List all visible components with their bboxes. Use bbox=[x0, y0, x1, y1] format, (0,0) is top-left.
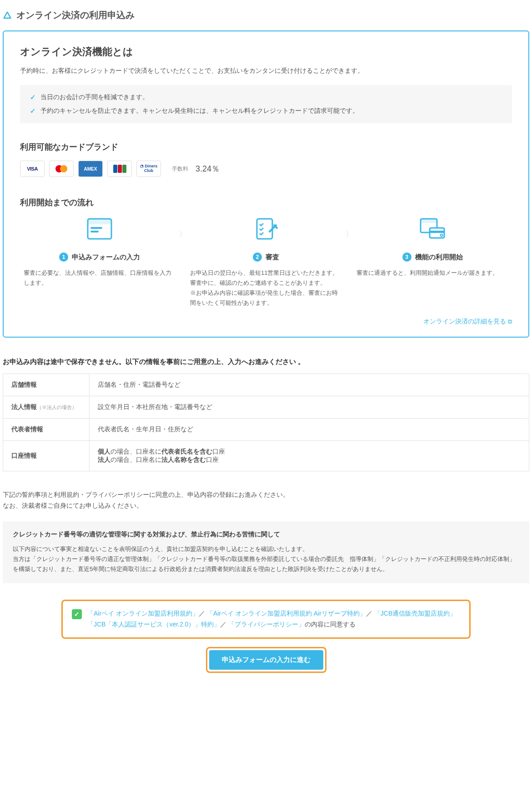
flow-step-2: 2審査 お申込日の翌日から、最短11営業日ほどいただきます。 審査中に、確認のた… bbox=[186, 216, 346, 308]
svg-rect-1 bbox=[88, 219, 111, 224]
table-row: 店舗情報店舗名・住所・電話番号など bbox=[3, 374, 529, 396]
step-number: 1 bbox=[59, 253, 68, 262]
chevron-right-icon: 〉 bbox=[346, 216, 353, 239]
chevron-right-icon: 〉 bbox=[179, 216, 186, 239]
terms-link[interactable]: 「Airペイ オンライン加盟店利用規約」 bbox=[87, 610, 199, 617]
benefit-text: 予約のキャンセルを防止できます。キャンセル発生時には、キャンセル料をクレジットカ… bbox=[40, 107, 359, 115]
step-title: 審査 bbox=[266, 253, 279, 262]
table-row: 口座情報個人の場合、口座名に代表者氏名を含む口座法人の場合、口座名に法人名称を含… bbox=[3, 441, 529, 471]
row-label: 口座情報 bbox=[3, 441, 90, 471]
table-row: 法人情報（※法人の場合）設立年月日・本社所在地・電話番号など bbox=[3, 396, 529, 419]
flow-step-3: 3機能の利用開始 審査に通過すると、利用開始通知メールが届きます。 bbox=[353, 216, 512, 278]
fee-label: 手数料 bbox=[172, 165, 188, 173]
proceed-button[interactable]: 申込みフォームの入力に進む bbox=[209, 650, 323, 670]
svg-rect-4 bbox=[257, 219, 272, 239]
step-number: 2 bbox=[253, 253, 262, 262]
prepare-title: お申込み内容は途中で保存できません。以下の情報を事前にご用意の上、入力へお進みく… bbox=[3, 358, 529, 366]
fee-rate: 3.24％ bbox=[196, 163, 220, 174]
terms-link[interactable]: 「Airペイ オンライン加盟店利用規約 Airリザーブ特約」 bbox=[207, 610, 366, 617]
detail-external-link[interactable]: オンライン決済の詳細を見る⧉ bbox=[423, 318, 512, 325]
svg-rect-3 bbox=[90, 231, 99, 232]
step-title: 機能の利用開始 bbox=[415, 253, 463, 262]
agreement-lead: 下記の誓約事項と利用規約・プライバシーポリシーに同意の上、申込内容の登録にお進み… bbox=[3, 490, 529, 511]
step-number: 3 bbox=[402, 253, 412, 262]
benefits-box: ✓ 当日のお会計の手間を軽減できます。 ✓ 予約のキャンセルを防止できます。キャ… bbox=[20, 85, 512, 123]
svg-rect-2 bbox=[90, 227, 102, 229]
brand-mastercard-icon bbox=[49, 161, 74, 177]
page-header: オンライン決済の利用申込み bbox=[3, 9, 529, 21]
feature-title: オンライン決済機能とは bbox=[20, 45, 512, 59]
checklist-icon bbox=[252, 216, 280, 242]
main-info-card: オンライン決済機能とは 予約時に、お客様にクレジットカードで決済をしていただくこ… bbox=[3, 30, 529, 338]
consent-text: 「Airペイ オンライン加盟店利用規約」／ 「Airペイ オンライン加盟店利用規… bbox=[87, 608, 456, 630]
card-brands-row: VISA AMEX ◔ Diners Club 手数料 3.24％ bbox=[20, 161, 512, 177]
terms-link[interactable]: 「プライバシーポリシー」 bbox=[228, 621, 305, 628]
step-desc: 審査に必要な、法人情報や、店舗情報、口座情報を入力します。 bbox=[24, 268, 176, 288]
benefit-text: 当日のお会計の手間を軽減できます。 bbox=[40, 93, 149, 101]
triangle-logo-icon bbox=[3, 11, 12, 20]
brands-title: 利用可能なカードブランド bbox=[20, 141, 512, 152]
form-icon bbox=[86, 216, 113, 242]
consent-checkbox-area[interactable]: ✓ 「Airペイ オンライン加盟店利用規約」／ 「Airペイ オンライン加盟店利… bbox=[61, 600, 471, 639]
terms-link[interactable]: 「JCB「本人認証サービス（ver.2.0）」特約」 bbox=[87, 621, 220, 628]
row-value: 個人の場合、口座名に代表者氏名を含む口座法人の場合、口座名に法人名称を含む口座 bbox=[90, 441, 529, 471]
row-label: 代表者情報 bbox=[3, 419, 90, 441]
brand-amex-icon: AMEX bbox=[78, 161, 103, 177]
flow-row: 1申込みフォームの入力 審査に必要な、法人情報や、店舗情報、口座情報を入力します… bbox=[20, 216, 512, 308]
step-desc: お申込日の翌日から、最短11営業日ほどいただきます。 審査中に、確認のためご連絡… bbox=[190, 268, 342, 308]
brand-diners-icon: ◔ Diners Club bbox=[136, 161, 161, 177]
table-row: 代表者情報代表者氏名・生年月日・住所など bbox=[3, 419, 529, 441]
check-icon: ✓ bbox=[30, 93, 36, 101]
consent-checkbox[interactable]: ✓ bbox=[72, 609, 82, 619]
page-title: オンライン決済の利用申込み bbox=[16, 9, 135, 21]
svg-rect-6 bbox=[421, 219, 437, 223]
row-value: 代表者氏名・生年月日・住所など bbox=[90, 419, 529, 441]
brand-jcb-icon bbox=[107, 161, 132, 177]
flow-title: 利用開始までの流れ bbox=[20, 197, 512, 208]
terms-link[interactable]: 「JCB通信販売加盟店規約」 bbox=[374, 610, 456, 617]
flow-step-1: 1申込みフォームの入力 審査に必要な、法人情報や、店舗情報、口座情報を入力します… bbox=[20, 216, 179, 288]
prepare-info-table: 店舗情報店舗名・住所・電話番号など 法人情報（※法人の場合）設立年月日・本社所在… bbox=[3, 374, 529, 471]
row-value: 店舗名・住所・電話番号など bbox=[90, 374, 529, 396]
proceed-button-highlight: 申込みフォームの入力に進む bbox=[206, 647, 326, 673]
card-window-icon bbox=[419, 216, 446, 242]
benefit-item: ✓ 当日のお会計の手間を軽減できます。 bbox=[30, 93, 502, 101]
svg-rect-8 bbox=[430, 231, 444, 233]
step-title: 申込みフォームの入力 bbox=[72, 253, 140, 262]
row-label: 法人情報（※法人の場合） bbox=[3, 396, 90, 419]
external-link-icon: ⧉ bbox=[508, 318, 512, 325]
benefit-item: ✓ 予約のキャンセルを防止できます。キャンセル発生時には、キャンセル料をクレジッ… bbox=[30, 107, 502, 115]
row-label: 店舗情報 bbox=[3, 374, 90, 396]
complaint-box: クレジットカード番号等の適切な管理等に関する対策および、禁止行為に関わる苦情に関… bbox=[3, 521, 529, 583]
brand-visa-icon: VISA bbox=[20, 161, 45, 177]
row-value: 設立年月日・本社所在地・電話番号など bbox=[90, 396, 529, 419]
complaint-body: 以下内容について事実と相違ないことを表明保証のうえ、貴社に加盟店契約を申し込むこ… bbox=[13, 544, 519, 574]
complaint-title: クレジットカード番号等の適切な管理等に関する対策および、禁止行為に関わる苦情に関… bbox=[13, 530, 519, 539]
step-desc: 審査に通過すると、利用開始通知メールが届きます。 bbox=[356, 268, 508, 278]
feature-lead: 予約時に、お客様にクレジットカードで決済をしていただくことで、お支払いをカンタン… bbox=[20, 67, 512, 75]
check-icon: ✓ bbox=[30, 107, 36, 115]
